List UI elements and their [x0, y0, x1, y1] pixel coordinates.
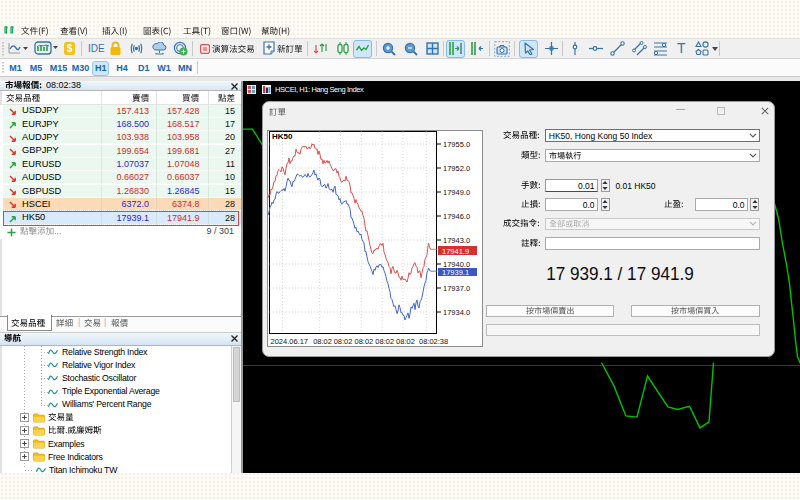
svg-text:$: $: [67, 43, 73, 54]
